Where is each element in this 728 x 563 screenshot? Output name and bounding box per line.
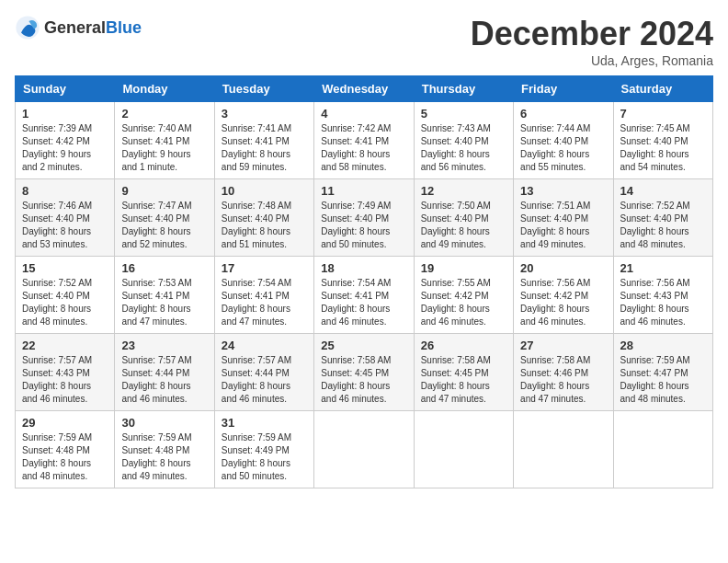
calendar-day-cell: 30Sunrise: 7:59 AMSunset: 4:48 PMDayligh… — [115, 411, 214, 488]
day-number: 16 — [121, 261, 207, 275]
day-content: Sunrise: 7:59 AMSunset: 4:48 PMDaylight:… — [22, 431, 108, 483]
day-content: Sunrise: 7:41 AMSunset: 4:41 PMDaylight:… — [222, 122, 307, 174]
title-block: December 2024 Uda, Arges, Romania — [471, 15, 713, 68]
calendar-day-cell: 7Sunrise: 7:45 AMSunset: 4:40 PMDaylight… — [613, 102, 712, 179]
day-content: Sunrise: 7:59 AMSunset: 4:48 PMDaylight:… — [121, 431, 207, 483]
calendar-day-cell: 23Sunrise: 7:57 AMSunset: 4:44 PMDayligh… — [115, 334, 214, 411]
day-number: 7 — [620, 107, 706, 121]
day-content: Sunrise: 7:52 AMSunset: 4:40 PMDaylight:… — [620, 200, 706, 251]
day-content: Sunrise: 7:57 AMSunset: 4:43 PMDaylight:… — [22, 354, 108, 406]
weekday-header-thursday: Thursday — [414, 76, 513, 102]
day-number: 13 — [520, 184, 606, 198]
calendar-day-cell — [613, 411, 712, 488]
day-number: 30 — [121, 416, 207, 430]
calendar-day-cell: 29Sunrise: 7:59 AMSunset: 4:48 PMDayligh… — [16, 411, 115, 488]
day-content: Sunrise: 7:42 AMSunset: 4:41 PMDaylight:… — [321, 122, 406, 174]
calendar-day-cell: 3Sunrise: 7:41 AMSunset: 4:41 PMDaylight… — [214, 102, 313, 179]
calendar-subtitle: Uda, Arges, Romania — [471, 53, 713, 68]
calendar-day-cell — [514, 411, 613, 488]
day-number: 28 — [620, 339, 706, 352]
day-number: 10 — [222, 184, 307, 198]
calendar-day-cell: 17Sunrise: 7:54 AMSunset: 4:41 PMDayligh… — [214, 257, 313, 334]
weekday-header-tuesday: Tuesday — [214, 76, 313, 102]
logo-wordmark: GeneralBlue — [44, 18, 142, 38]
calendar-week-row: 15Sunrise: 7:52 AMSunset: 4:40 PMDayligh… — [16, 257, 713, 334]
day-number: 26 — [421, 339, 506, 352]
day-content: Sunrise: 7:57 AMSunset: 4:44 PMDaylight:… — [121, 354, 207, 406]
calendar-day-cell: 24Sunrise: 7:57 AMSunset: 4:44 PMDayligh… — [214, 334, 313, 411]
day-content: Sunrise: 7:59 AMSunset: 4:49 PMDaylight:… — [222, 431, 307, 483]
day-number: 3 — [222, 107, 307, 121]
day-content: Sunrise: 7:58 AMSunset: 4:45 PMDaylight:… — [321, 354, 406, 406]
logo-icon — [15, 15, 40, 40]
calendar-day-cell: 4Sunrise: 7:42 AMSunset: 4:41 PMDaylight… — [314, 102, 414, 179]
day-number: 9 — [121, 184, 207, 198]
weekday-header-saturday: Saturday — [613, 76, 712, 102]
day-content: Sunrise: 7:49 AMSunset: 4:40 PMDaylight:… — [321, 200, 406, 251]
weekday-header-wednesday: Wednesday — [314, 76, 414, 102]
calendar-week-row: 1Sunrise: 7:39 AMSunset: 4:42 PMDaylight… — [16, 102, 713, 179]
day-number: 6 — [520, 107, 606, 121]
day-number: 5 — [421, 107, 506, 121]
day-content: Sunrise: 7:45 AMSunset: 4:40 PMDaylight:… — [620, 122, 706, 174]
page-header: GeneralBlue December 2024 Uda, Arges, Ro… — [15, 15, 713, 68]
day-number: 19 — [421, 261, 506, 275]
calendar-day-cell: 13Sunrise: 7:51 AMSunset: 4:40 PMDayligh… — [514, 179, 613, 257]
calendar-day-cell: 8Sunrise: 7:46 AMSunset: 4:40 PMDaylight… — [16, 179, 115, 257]
calendar-day-cell: 22Sunrise: 7:57 AMSunset: 4:43 PMDayligh… — [16, 334, 115, 411]
weekday-header-sunday: Sunday — [16, 76, 115, 102]
calendar-day-cell: 31Sunrise: 7:59 AMSunset: 4:49 PMDayligh… — [214, 411, 313, 488]
day-content: Sunrise: 7:43 AMSunset: 4:40 PMDaylight:… — [421, 122, 506, 174]
day-number: 1 — [22, 107, 108, 121]
day-number: 20 — [520, 261, 606, 275]
day-content: Sunrise: 7:56 AMSunset: 4:42 PMDaylight:… — [520, 277, 606, 328]
calendar-day-cell: 28Sunrise: 7:59 AMSunset: 4:47 PMDayligh… — [613, 334, 712, 411]
calendar-day-cell: 10Sunrise: 7:48 AMSunset: 4:40 PMDayligh… — [214, 179, 313, 257]
day-content: Sunrise: 7:44 AMSunset: 4:40 PMDaylight:… — [520, 122, 606, 174]
day-number: 29 — [22, 416, 108, 430]
day-content: Sunrise: 7:39 AMSunset: 4:42 PMDaylight:… — [22, 122, 108, 174]
calendar-day-cell: 6Sunrise: 7:44 AMSunset: 4:40 PMDaylight… — [514, 102, 613, 179]
calendar-week-row: 8Sunrise: 7:46 AMSunset: 4:40 PMDaylight… — [16, 179, 713, 257]
weekday-header-friday: Friday — [514, 76, 613, 102]
day-content: Sunrise: 7:58 AMSunset: 4:45 PMDaylight:… — [421, 354, 506, 406]
calendar-day-cell: 19Sunrise: 7:55 AMSunset: 4:42 PMDayligh… — [414, 257, 513, 334]
calendar-day-cell: 20Sunrise: 7:56 AMSunset: 4:42 PMDayligh… — [514, 257, 613, 334]
calendar-day-cell: 5Sunrise: 7:43 AMSunset: 4:40 PMDaylight… — [414, 102, 513, 179]
day-number: 22 — [22, 339, 108, 352]
day-content: Sunrise: 7:46 AMSunset: 4:40 PMDaylight:… — [22, 200, 108, 251]
day-content: Sunrise: 7:55 AMSunset: 4:42 PMDaylight:… — [421, 277, 506, 328]
calendar-day-cell: 26Sunrise: 7:58 AMSunset: 4:45 PMDayligh… — [414, 334, 513, 411]
calendar-table: SundayMondayTuesdayWednesdayThursdayFrid… — [15, 75, 713, 488]
day-number: 17 — [222, 261, 307, 275]
calendar-day-cell: 12Sunrise: 7:50 AMSunset: 4:40 PMDayligh… — [414, 179, 513, 257]
day-number: 15 — [22, 261, 108, 275]
calendar-day-cell: 9Sunrise: 7:47 AMSunset: 4:40 PMDaylight… — [115, 179, 214, 257]
day-number: 27 — [520, 339, 606, 352]
day-content: Sunrise: 7:59 AMSunset: 4:47 PMDaylight:… — [620, 354, 706, 406]
day-number: 14 — [620, 184, 706, 198]
day-content: Sunrise: 7:58 AMSunset: 4:46 PMDaylight:… — [520, 354, 606, 406]
calendar-day-cell: 14Sunrise: 7:52 AMSunset: 4:40 PMDayligh… — [613, 179, 712, 257]
calendar-day-cell: 2Sunrise: 7:40 AMSunset: 4:41 PMDaylight… — [115, 102, 214, 179]
calendar-week-row: 29Sunrise: 7:59 AMSunset: 4:48 PMDayligh… — [16, 411, 713, 488]
day-content: Sunrise: 7:50 AMSunset: 4:40 PMDaylight:… — [421, 200, 506, 251]
logo-text-general: General — [44, 18, 106, 37]
day-number: 18 — [321, 261, 406, 275]
day-content: Sunrise: 7:40 AMSunset: 4:41 PMDaylight:… — [121, 122, 207, 174]
calendar-day-cell: 15Sunrise: 7:52 AMSunset: 4:40 PMDayligh… — [16, 257, 115, 334]
weekday-header-monday: Monday — [115, 76, 214, 102]
calendar-day-cell: 16Sunrise: 7:53 AMSunset: 4:41 PMDayligh… — [115, 257, 214, 334]
calendar-day-cell: 25Sunrise: 7:58 AMSunset: 4:45 PMDayligh… — [314, 334, 414, 411]
logo-text-blue: Blue — [106, 18, 142, 37]
day-number: 11 — [321, 184, 406, 198]
day-number: 21 — [620, 261, 706, 275]
calendar-day-cell: 18Sunrise: 7:54 AMSunset: 4:41 PMDayligh… — [314, 257, 414, 334]
day-content: Sunrise: 7:53 AMSunset: 4:41 PMDaylight:… — [121, 277, 207, 328]
calendar-title: December 2024 — [471, 15, 713, 53]
day-number: 31 — [222, 416, 307, 430]
logo: GeneralBlue — [15, 15, 142, 40]
day-content: Sunrise: 7:52 AMSunset: 4:40 PMDaylight:… — [22, 277, 108, 328]
calendar-day-cell — [414, 411, 513, 488]
day-number: 23 — [121, 339, 207, 352]
